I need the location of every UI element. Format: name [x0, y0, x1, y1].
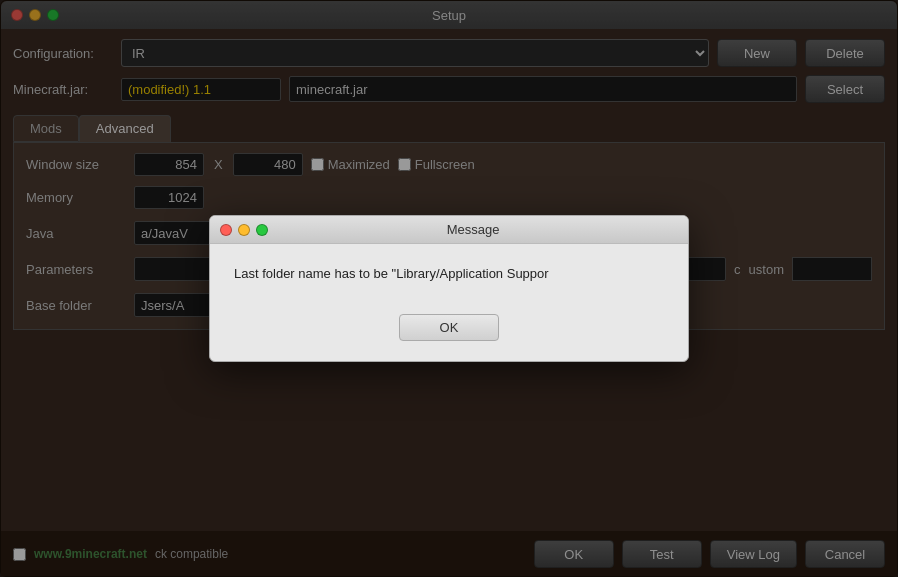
- modal-overlay: Message Last folder name has to be "Libr…: [0, 0, 898, 577]
- modal-message-text: Last folder name has to be "Library/Appl…: [234, 266, 549, 281]
- modal-close-button[interactable]: [220, 224, 232, 236]
- modal-title: Message: [268, 222, 678, 237]
- message-modal: Message Last folder name has to be "Libr…: [209, 215, 689, 362]
- modal-message: Last folder name has to be "Library/Appl…: [210, 244, 688, 304]
- modal-ok-button[interactable]: OK: [399, 314, 500, 341]
- modal-maximize-button[interactable]: [256, 224, 268, 236]
- modal-footer: OK: [210, 304, 688, 361]
- modal-titlebar: Message: [210, 216, 688, 244]
- modal-minimize-button[interactable]: [238, 224, 250, 236]
- modal-buttons: [220, 224, 268, 236]
